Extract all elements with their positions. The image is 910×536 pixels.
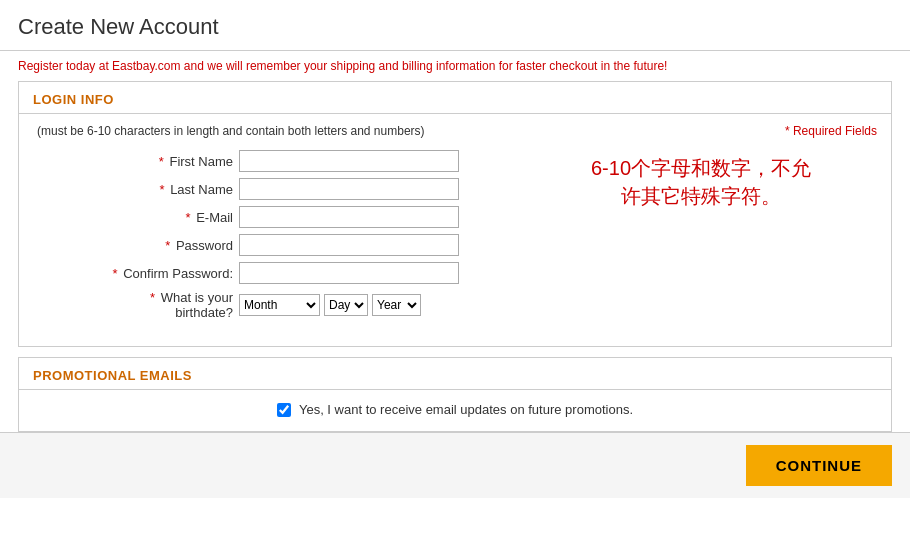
last-name-label: * Last Name: [93, 182, 233, 197]
required-star: *: [113, 266, 118, 281]
day-select[interactable]: Day 1234 5678 9101112 13141516 17181920 …: [324, 294, 368, 316]
password-input[interactable]: [239, 234, 459, 256]
promo-title: PROMOTIONAL EMAILS: [33, 368, 192, 383]
birthdate-label: * What is your birthdate?: [93, 290, 233, 320]
confirm-password-input[interactable]: [239, 262, 459, 284]
promo-checkbox-label: Yes, I want to receive email updates on …: [299, 402, 633, 417]
last-name-input[interactable]: [239, 178, 459, 200]
promo-checkbox-row: Yes, I want to receive email updates on …: [277, 402, 633, 417]
continue-button[interactable]: CONTINUE: [746, 445, 892, 486]
promo-header: PROMOTIONAL EMAILS: [19, 358, 891, 390]
birthdate-row: * What is your birthdate? Month JanuaryF…: [93, 290, 877, 320]
required-star: *: [165, 238, 170, 253]
password-label: * Password: [93, 238, 233, 253]
footer-bar: CONTINUE: [0, 432, 910, 498]
required-fields-note: * Required Fields: [785, 124, 877, 138]
register-message: Register today at Eastbay.com and we wil…: [0, 51, 910, 81]
main-content: LOGIN INFO (must be 6-10 characters in l…: [0, 81, 910, 432]
promo-section: PROMOTIONAL EMAILS Yes, I want to receiv…: [18, 357, 892, 432]
month-select[interactable]: Month JanuaryFebruaryMarch AprilMayJune …: [239, 294, 320, 316]
page-title-section: Create New Account: [0, 0, 910, 51]
login-info-section: LOGIN INFO (must be 6-10 characters in l…: [18, 81, 892, 347]
confirm-password-row: * Confirm Password:: [93, 262, 877, 284]
promo-body: Yes, I want to receive email updates on …: [19, 390, 891, 431]
confirm-password-label: * Confirm Password:: [93, 266, 233, 281]
first-name-label: * First Name: [93, 154, 233, 169]
year-select[interactable]: Year 2005200420032000 1995199019851980: [372, 294, 421, 316]
password-row: * Password: [93, 234, 877, 256]
email-label: * E-Mail: [93, 210, 233, 225]
login-info-header: LOGIN INFO: [19, 82, 891, 114]
password-hint: (must be 6-10 characters in length and c…: [33, 124, 877, 138]
login-info-title: LOGIN INFO: [33, 92, 114, 107]
page-title: Create New Account: [18, 14, 892, 40]
promo-checkbox[interactable]: [277, 403, 291, 417]
login-info-body: (must be 6-10 characters in length and c…: [19, 114, 891, 346]
chinese-tooltip: 6-10个字母和数字，不允许其它特殊字符。: [591, 154, 811, 210]
required-star: *: [159, 182, 164, 197]
birthdate-selects: Month JanuaryFebruaryMarch AprilMayJune …: [239, 294, 421, 316]
required-star: *: [150, 290, 155, 305]
required-star: *: [159, 154, 164, 169]
required-star: *: [185, 210, 190, 225]
email-input[interactable]: [239, 206, 459, 228]
first-name-input[interactable]: [239, 150, 459, 172]
